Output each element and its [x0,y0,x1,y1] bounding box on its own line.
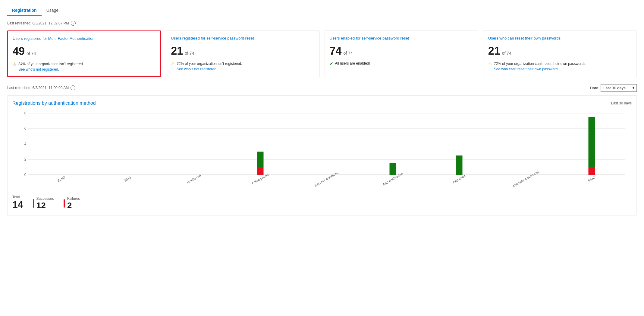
card-title[interactable]: Users registered for Multi-Factor Authen… [13,36,156,41]
bar-chart-container: 02468EmailSMSMobile callOffice phoneSecu… [12,108,632,194]
chart-header: Registrations by authentication method L… [12,101,632,106]
warn-icon: ⚠ [171,61,175,66]
total-block: Total 14 [12,195,23,210]
svg-text:0: 0 [24,173,27,177]
bar-success [257,152,264,167]
success-icon: ✔ [330,61,333,66]
failures-block: Failures 2 [64,196,80,210]
bar-success [589,117,595,167]
svg-text:8: 8 [24,111,27,115]
card-title[interactable]: Users who can reset their own passwords [488,36,632,41]
see-link[interactable]: See who can't reset their own password. [494,67,559,71]
card-title[interactable]: Users registered for self-service passwo… [171,36,314,41]
refresh-row-2: Last refreshed: 6/3/2021, 11:00:00 AM i … [7,84,637,92]
svg-text:Alternate mobile call: Alternate mobile call [512,170,539,188]
date-select[interactable]: Last 30 days [601,84,637,92]
warn-icon: ⚠ [13,62,17,66]
status-row: ⚠ 34% of your organization isn't registe… [13,61,156,72]
count-of: of 74 [502,51,511,56]
count-main: 21 [488,45,500,57]
tabs-bar: Registration Usage [7,5,637,16]
bar-failure [257,167,264,175]
card-mfa: Users registered for Multi-Factor Authen… [7,30,161,77]
svg-text:FIDO: FIDO [587,175,596,183]
status-row: ⚠ 72% of your organization can't reset t… [488,61,632,71]
svg-text:2: 2 [24,157,27,161]
bar-failure [589,167,595,175]
tab-registration[interactable]: Registration [7,5,42,16]
svg-text:4: 4 [24,142,27,146]
svg-text:Security questions: Security questions [314,171,339,187]
status-row: ✔ All users are enabled! [330,61,473,66]
count-main: 49 [13,45,25,58]
status-row: ⚠ 72% of your organization isn't registe… [171,61,314,71]
chart-title: Registrations by authentication method [12,101,96,106]
count-of: of 74 [27,51,36,56]
svg-text:SMS: SMS [124,176,132,182]
svg-text:Mobile call: Mobile call [186,174,202,184]
card-sspr_reg: Users registered for self-service passwo… [166,30,319,77]
svg-text:App code: App code [452,174,466,184]
info-icon-1[interactable]: i [71,21,76,26]
chart-section: Registrations by authentication method L… [7,95,637,215]
svg-text:Email: Email [57,175,66,183]
info-icon-2[interactable]: i [71,85,75,90]
successes-block: Successes 12 [33,196,54,210]
card-sspr_enabled: Users enabled for self-service password … [325,30,478,77]
see-link[interactable]: See who's not registered. [18,67,59,72]
date-filter: Date Last 30 days [590,84,637,92]
tab-usage[interactable]: Usage [42,5,63,16]
failure-indicator [64,199,65,208]
svg-text:6: 6 [24,126,27,131]
count-of: of 74 [344,51,353,56]
page: Registration Usage Last refreshed: 6/3/2… [0,0,644,220]
count-main: 21 [171,45,183,57]
success-indicator [33,199,34,208]
cards-row: Users registered for Multi-Factor Authen… [7,30,637,77]
chart-period: Last 30 days [611,101,632,105]
refresh-line-1: Last refreshed: 6/3/2021, 12:32:07 PM i [7,21,637,26]
date-select-wrapper[interactable]: Last 30 days [601,84,637,92]
warn-icon: ⚠ [488,61,492,66]
card-sspr_reset: Users who can reset their own passwords … [483,30,637,77]
bar-chart-svg: 02468EmailSMSMobile callOffice phoneSecu… [12,108,632,193]
count-main: 74 [330,45,342,57]
count-of: of 74 [185,51,194,56]
bar-success [390,163,396,175]
totals-row: Total 14 Successes 12 Failures 2 [12,195,632,210]
card-title[interactable]: Users enabled for self-service password … [330,36,473,41]
see-link[interactable]: See who's not registered. [177,67,217,71]
bar-success [456,155,463,175]
